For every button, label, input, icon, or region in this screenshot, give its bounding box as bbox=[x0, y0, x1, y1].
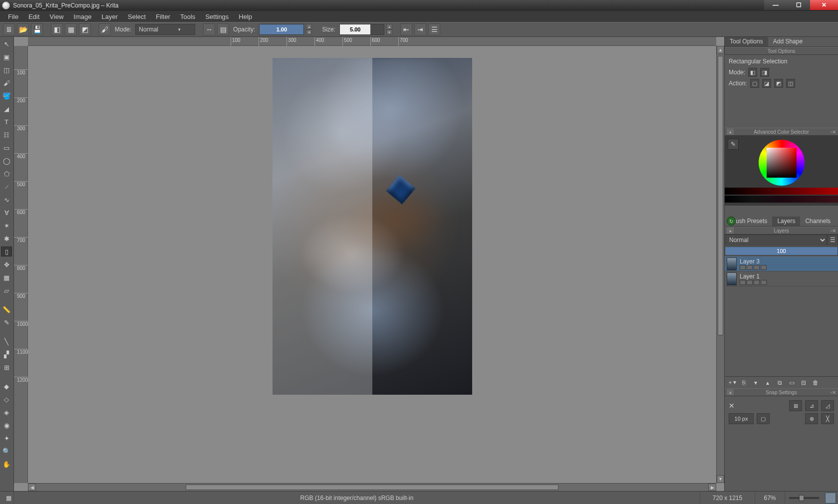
gradient-swatch-button[interactable]: ◧ bbox=[51, 23, 63, 35]
tab-tool-options[interactable]: Tool Options bbox=[725, 37, 768, 46]
layer-row[interactable]: Layer 1 bbox=[725, 271, 838, 286]
trash-icon[interactable]: 🗑 bbox=[811, 378, 821, 387]
menu-edit[interactable]: Edit bbox=[23, 12, 44, 21]
workspace-button[interactable]: ☰ bbox=[428, 23, 440, 35]
transform-tool[interactable]: ▣ bbox=[1, 52, 12, 62]
open-button[interactable]: 📂 bbox=[17, 23, 29, 35]
fgbg-swatch-button[interactable]: ◩ bbox=[79, 23, 91, 35]
collapse-icon[interactable]: ▴ bbox=[727, 129, 734, 135]
panel-menu-icon[interactable]: ▫✕ bbox=[830, 390, 836, 395]
crop-tool[interactable]: ◫ bbox=[1, 65, 12, 75]
slider-knob[interactable] bbox=[799, 495, 804, 501]
layer-opacity-slider[interactable]: 100 bbox=[725, 247, 838, 255]
move-tool[interactable]: ↖ bbox=[1, 39, 12, 49]
snap-bbox-button[interactable]: ◿ bbox=[821, 400, 834, 411]
outline-select-tool[interactable]: ◈ bbox=[1, 407, 12, 417]
panel-menu-icon[interactable]: ▫✕ bbox=[830, 129, 836, 135]
tab-layers[interactable]: Layers bbox=[772, 217, 800, 226]
mode-add-button[interactable]: ◨ bbox=[760, 68, 769, 77]
tab-add-shape[interactable]: Add Shape bbox=[768, 37, 808, 46]
size-input[interactable]: 5.00 bbox=[339, 24, 384, 35]
selection-mask-icon[interactable]: ▦ bbox=[0, 492, 14, 504]
menu-view[interactable]: View bbox=[44, 12, 68, 21]
menu-file[interactable]: File bbox=[3, 12, 23, 21]
bezier-select-tool[interactable]: ◉ bbox=[1, 420, 12, 430]
color-triangle[interactable] bbox=[767, 148, 797, 178]
close-button[interactable]: ✕ bbox=[810, 0, 838, 10]
snap-distance-input[interactable]: 10 px bbox=[729, 413, 754, 424]
assistant-tool[interactable]: ⊞ bbox=[1, 362, 12, 372]
action-add-button[interactable]: ◪ bbox=[762, 79, 771, 88]
snap-node-button[interactable]: ⊞ bbox=[789, 400, 802, 411]
text-tool[interactable]: T bbox=[1, 117, 12, 127]
canvas[interactable] bbox=[28, 46, 716, 483]
freehand-path-tool[interactable]: Ɐ bbox=[1, 208, 12, 218]
mirror-h-button[interactable]: ⇤ bbox=[400, 23, 412, 35]
polyline-tool[interactable]: ⟋ bbox=[1, 182, 12, 192]
action-subtract-button[interactable]: ◩ bbox=[774, 79, 783, 88]
mode-replace-button[interactable]: ◧ bbox=[748, 68, 757, 77]
ellipse-tool[interactable]: ◯ bbox=[1, 156, 12, 166]
layer-blend-menu-button[interactable]: ☰ bbox=[827, 235, 838, 246]
new-doc-button[interactable]: 🗏 bbox=[3, 23, 15, 35]
perspective-tool[interactable]: ▱ bbox=[1, 285, 12, 295]
measure-tool[interactable]: 📏 bbox=[1, 304, 12, 314]
dyna-tool[interactable]: ✶ bbox=[1, 221, 12, 231]
horizontal-ruler[interactable]: 100 200 300 400 500 600 700 bbox=[28, 37, 716, 46]
color-wheel[interactable] bbox=[759, 140, 805, 186]
multibrush-tool[interactable]: ✱ bbox=[1, 234, 12, 244]
alpha-lock-button[interactable]: ▤ bbox=[217, 23, 229, 35]
bezier-tool[interactable]: ∿ bbox=[1, 195, 12, 205]
color-history-bar[interactable] bbox=[725, 188, 838, 195]
rect-select-tool[interactable]: ▯ bbox=[1, 247, 12, 256]
lock-icon[interactable] bbox=[747, 265, 753, 270]
grid-tool[interactable]: ▦ bbox=[1, 272, 12, 282]
zoom-slider[interactable] bbox=[789, 497, 819, 499]
contiguous-select-tool[interactable]: ◆ bbox=[1, 381, 12, 391]
layer-row[interactable]: Layer 3 bbox=[725, 256, 838, 271]
horizontal-scrollbar[interactable]: ◀ ▶ bbox=[28, 483, 716, 491]
rectangle-tool[interactable]: ▭ bbox=[1, 143, 12, 153]
minimize-button[interactable]: — bbox=[764, 0, 787, 10]
size-spin[interactable]: ▲▼ bbox=[386, 24, 392, 35]
inherit-icon[interactable] bbox=[761, 265, 767, 270]
properties-button[interactable]: ⧉ bbox=[775, 378, 785, 387]
layer-blend-select[interactable]: Normal bbox=[725, 235, 827, 246]
path-select-tool[interactable]: ▞ bbox=[1, 349, 12, 359]
vertical-scrollbar[interactable]: ▲ ▼ bbox=[716, 46, 724, 483]
add-layer-button[interactable]: ＋▾ bbox=[727, 378, 737, 387]
color-picker-tool[interactable]: ✎ bbox=[1, 317, 12, 327]
color-last-used-bar[interactable] bbox=[725, 196, 838, 203]
pan-tool[interactable]: ✋ bbox=[1, 459, 12, 469]
duplicate-layer-button[interactable]: ⎘ bbox=[739, 378, 749, 387]
vertical-ruler[interactable]: 100 200 300 400 500 600 700 800 900 1000… bbox=[14, 46, 28, 483]
move-selection-tool[interactable]: ✥ bbox=[1, 259, 12, 269]
opacity-spin[interactable]: ▲▼ bbox=[306, 24, 312, 35]
canvas-color-swatch[interactable] bbox=[825, 493, 836, 504]
menu-help[interactable]: Help bbox=[234, 12, 257, 21]
mirror-x-button[interactable]: ↔ bbox=[203, 23, 215, 35]
menu-tools[interactable]: Tools bbox=[175, 12, 200, 21]
snap-extension-button[interactable]: ⊿ bbox=[805, 400, 818, 411]
gradient-tool[interactable]: ◢ bbox=[1, 104, 12, 114]
scroll-down-button[interactable]: ▼ bbox=[717, 475, 724, 483]
scroll-right-button[interactable]: ▶ bbox=[708, 484, 716, 491]
eyedropper-icon[interactable]: ✎ bbox=[728, 139, 739, 150]
inherit-icon[interactable] bbox=[761, 280, 767, 285]
action-select-button[interactable]: ▢ bbox=[750, 79, 759, 88]
scroll-thumb[interactable] bbox=[718, 56, 723, 335]
opacity-input[interactable]: 1.00 bbox=[259, 24, 304, 35]
tab-channels[interactable]: Channels bbox=[800, 217, 836, 226]
menu-image[interactable]: Image bbox=[68, 12, 96, 21]
pattern-edit-tool[interactable]: ☷ bbox=[1, 130, 12, 140]
snap-grid-button[interactable]: ▢ bbox=[757, 413, 770, 424]
snap-ortho-button[interactable]: ⊗ bbox=[805, 413, 818, 424]
alpha-icon[interactable] bbox=[754, 265, 760, 270]
move-down-button[interactable]: ▾ bbox=[751, 378, 761, 387]
polygon-tool[interactable]: ⬠ bbox=[1, 169, 12, 179]
lock-icon[interactable] bbox=[747, 280, 753, 285]
snap-intersect-button[interactable]: ╳ bbox=[821, 413, 834, 424]
blend-mode-select[interactable]: Normal ▾ bbox=[135, 24, 195, 35]
document-image[interactable] bbox=[273, 58, 472, 395]
group-button[interactable]: ▭ bbox=[787, 378, 797, 387]
